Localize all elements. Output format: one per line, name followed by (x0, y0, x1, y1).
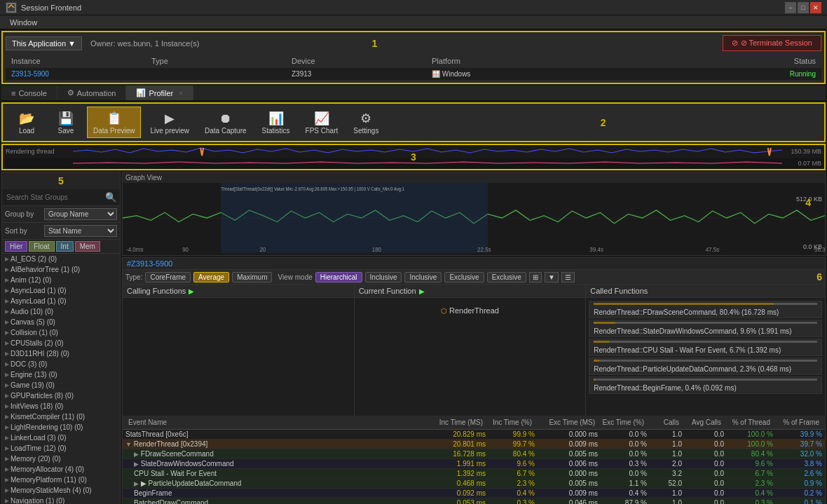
stat-group-item[interactable]: ▶MemoryPlatform (11) (0) (2, 475, 120, 485)
stat-group-item[interactable]: ▶Engine (13) (0) (2, 369, 120, 380)
called-func-item[interactable]: RenderThread::FDrawSceneCommand, 80.4% (… (589, 301, 822, 318)
stat-group-item[interactable]: ▶AsyncLoad (1) (0) (2, 285, 120, 296)
called-func-item[interactable]: RenderThread::ParticleUpdateDataCommand,… (589, 357, 822, 375)
stat-group-label: KismetCompiler (11) (0) (11, 413, 85, 421)
viewmode-inclusive1-button[interactable]: Inclusive (365, 272, 402, 282)
row-frame-pct: 0.9 % (776, 479, 825, 488)
graph-canvas[interactable]: 512.0 KB 0.0 KB -4.0ms 90 20 180 22.5s 3… (123, 183, 825, 253)
viewmode-inclusive2-button[interactable]: Inclusive (404, 272, 442, 282)
graph-options-button[interactable]: ☰ (561, 272, 575, 282)
search-button[interactable]: 🔍 (104, 191, 118, 204)
stat-group-item[interactable]: ▶LightRendering (10) (0) (2, 422, 120, 433)
stat-group-item[interactable]: ▶Navigation (1) (0) (2, 496, 120, 504)
filter-int-button[interactable]: Int (56, 241, 74, 252)
table-row[interactable]: ▶ SlateDrawWindowsCommand 1.991 ms 9.6 %… (123, 459, 825, 469)
load-button[interactable]: 📂 Load (8, 107, 45, 138)
down-arrow-button[interactable]: ▼ (545, 272, 559, 282)
table-row[interactable]: ▶ FDrawSceneCommand 16.728 ms 80.4 % 0.0… (123, 449, 825, 459)
called-func-item[interactable]: RenderThread::BeginFrame, 0.4% (0.092 ms… (589, 376, 822, 394)
close-btn[interactable]: ✕ (810, 2, 821, 13)
col-header-type: Type (149, 55, 289, 67)
stat-group-item[interactable]: ▶Memory (20) (0) (2, 454, 120, 464)
titlebar-title: Session Frontend (21, 4, 81, 12)
type-maximum-button[interactable]: Maximum (232, 272, 272, 282)
table-row[interactable]: BatchedDrawCommand 0.053 ms 0.3 % 0.046 … (123, 498, 825, 505)
viewmode-exclusive1-button[interactable]: Exclusive (444, 272, 484, 282)
stat-group-item[interactable]: ▶AsyncLoad (1) (0) (2, 296, 120, 306)
filter-float-button[interactable]: Float (29, 241, 54, 252)
tab-close-icon[interactable]: × (179, 90, 182, 97)
stat-group-item[interactable]: ▶MemoryStaticMesh (4) (0) (2, 485, 120, 496)
table-row[interactable]: StatsThread [0xe6c] 20.829 ms 99.9 % 0.0… (123, 430, 825, 440)
stat-group-item[interactable]: ▶CPUStalls (2) (0) (2, 338, 120, 348)
tab-profiler[interactable]: 📊 Profiler × (126, 86, 193, 100)
maximize-btn[interactable]: □ (798, 2, 809, 13)
tab-automation[interactable]: ⚙ Automation (57, 86, 127, 100)
row-inc-pct: 9.6 % (488, 459, 538, 468)
stat-group-item[interactable]: ▶InitViews (18) (0) (2, 401, 120, 411)
statistics-label: Statistics (262, 127, 290, 135)
live-preview-button[interactable]: ▶ Live preview (144, 107, 196, 138)
called-func-label: RenderThread::FDrawSceneCommand, 80.4% (… (594, 308, 779, 316)
calling-functions-label: Calling Functions (127, 287, 186, 295)
stat-group-label: InitViews (18) (0) (11, 402, 63, 410)
stat-group-item[interactable]: ▶Audio (10) (0) (2, 306, 120, 317)
stat-group-label: MemoryAllocator (4) (0) (11, 465, 84, 473)
fps-chart-button[interactable]: 📈 FPS Chart (299, 107, 345, 138)
row-spacer (411, 489, 425, 498)
data-capture-button[interactable]: ⏺ Data Capture (198, 107, 252, 138)
terminate-session-button[interactable]: ⊘ ⊘ Terminate Session (723, 35, 821, 51)
stat-group-item[interactable]: ▶AI_EOS (2) (0) (2, 254, 120, 264)
stat-group-label: GPUParticles (8) (0) (11, 392, 74, 400)
table-icon-button[interactable]: ⊞ (529, 272, 542, 282)
stat-group-item[interactable]: ▶Anim (12) (0) (2, 275, 120, 285)
table-row[interactable]: BeginFrame 0.092 ms 0.4 % 0.009 ms 0.4 %… (123, 489, 825, 498)
search-input[interactable] (4, 192, 104, 203)
row-inc-pct: 99.9 % (488, 430, 538, 439)
table-row[interactable]: Z3913-5900 Z3913 🪟 Windows Running (6, 68, 821, 80)
stat-group-item[interactable]: ▶Collision (1) (0) (2, 327, 120, 338)
called-func-item[interactable]: RenderThread::CPU Stall - Wait For Event… (589, 339, 822, 356)
save-button[interactable]: 💾 Save (48, 107, 84, 138)
stat-group-item[interactable]: ▶D3D11RHI (28) (0) (2, 348, 120, 359)
settings-button[interactable]: ⚙ Settings (347, 107, 385, 138)
filter-mem-button[interactable]: Mem (75, 241, 100, 252)
statistics-button[interactable]: 📊 Statistics (256, 107, 296, 138)
platform-value: 🪟 Windows (429, 69, 734, 79)
stat-group-item[interactable]: ▶LinkerLoad (3) (0) (2, 433, 120, 443)
table-row[interactable]: ▶ ▶ ParticleUpdateDataCommand 0.468 ms 2… (123, 479, 825, 489)
table-row[interactable]: CPU Stall - Wait For Event 1.392 ms 6.7 … (123, 469, 825, 479)
filter-hier-button[interactable]: Hier (5, 241, 27, 252)
stat-group-item[interactable]: ▶Game (19) (0) (2, 380, 120, 390)
col-header-platform: Platform (429, 55, 734, 67)
sortby-select[interactable]: Stat Name (44, 225, 117, 237)
stat-group-item[interactable]: ▶LoadTime (12) (0) (2, 443, 120, 454)
groupby-select[interactable]: Group Name (44, 208, 117, 220)
automation-icon: ⚙ (67, 88, 74, 97)
stat-group-item[interactable]: ▶MemoryAllocator (4) (0) (2, 464, 120, 475)
stat-group-item[interactable]: ▶GPUParticles (8) (0) (2, 390, 120, 401)
viewmode-exclusive2-button[interactable]: Exclusive (487, 272, 526, 282)
minimize-btn[interactable]: − (785, 2, 796, 13)
called-func-item[interactable]: RenderThread::StateDrawWindowsCommand, 9… (589, 320, 822, 337)
tab-console[interactable]: ≡ Console (1, 86, 57, 100)
type-average-button[interactable]: Average (193, 272, 229, 282)
svg-rect-2 (221, 183, 488, 253)
left-panel: 5 🔍 Group by Group Name Sort by Stat Nam… (1, 172, 121, 504)
stat-group-item[interactable]: ▶AIBehaviorTree (1) (0) (2, 264, 120, 275)
type-coreframe-button[interactable]: CoreFrame (145, 272, 191, 282)
app-selector[interactable]: This Application ▼ (6, 36, 82, 50)
type-row: Type: CoreFrame Average Maximum View mod… (123, 270, 825, 285)
stat-group-label: Collision (1) (0) (11, 329, 58, 336)
svg-text:56.3s: 56.3s (814, 245, 825, 253)
stat-group-label: Engine (13) (0) (11, 371, 57, 379)
table-row[interactable]: ▼ RenderThread [0x2394] 20.801 ms 99.7 %… (123, 440, 825, 449)
stat-group-item[interactable]: ▶Canvas (5) (0) (2, 317, 120, 327)
data-preview-button[interactable]: 📋 Data Preview (87, 107, 141, 138)
menu-window[interactable]: Window (4, 18, 43, 27)
platform-icon: 🪟 (432, 70, 442, 78)
viewmode-hierarchical-button[interactable]: Hierarchical (315, 272, 362, 282)
stat-group-item[interactable]: ▶DOC (3) (0) (2, 359, 120, 369)
stat-group-item[interactable]: ▶KismetCompiler (11) (0) (2, 411, 120, 422)
table-header-row: Instance Type Device Platform Status (6, 54, 821, 68)
